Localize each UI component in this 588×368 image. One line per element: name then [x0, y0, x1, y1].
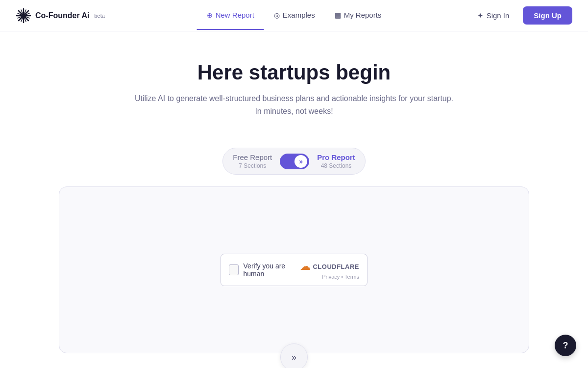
nav-my-reports-label: My Reports [344, 11, 382, 19]
captcha-widget[interactable]: Verify you are human ☁ CLOUDFLARE Privac… [220, 254, 368, 286]
toggle-knob: » [294, 155, 307, 168]
examples-icon: ◎ [274, 11, 280, 19]
nav-examples[interactable]: ◎ Examples [264, 1, 325, 30]
sign-in-button[interactable]: ✦ Sign In [471, 7, 515, 24]
cloudflare-name: CLOUDFLARE [313, 263, 359, 270]
next-chevron-icon: » [292, 352, 296, 363]
nav-right: ✦ Sign In Sign Up [471, 6, 572, 25]
sign-up-label: Sign Up [534, 11, 562, 20]
captcha-dot: • [341, 274, 343, 280]
brand-name: Co-Founder Ai [35, 11, 90, 20]
next-button[interactable]: » [280, 343, 308, 368]
toggle-switch[interactable]: » [280, 154, 309, 169]
report-type-toggle: Free Report 7 Sections » Pro Report 48 S… [0, 148, 588, 175]
free-report-option: Free Report 7 Sections [233, 153, 272, 169]
captcha-right: ☁ CLOUDFLARE Privacy • Terms [300, 260, 359, 280]
sign-in-label: Sign In [487, 11, 510, 20]
beta-badge: beta [95, 13, 105, 19]
hero-subtitle-line2: In minutes, not weeks! [255, 107, 333, 115]
nav-my-reports[interactable]: ▤ My Reports [325, 1, 392, 30]
captcha-left: Verify you are human [229, 262, 300, 278]
captcha-terms-link[interactable]: Terms [344, 274, 359, 280]
captcha-privacy-link[interactable]: Privacy [322, 274, 340, 280]
captcha-label: Verify you are human [244, 262, 300, 278]
captcha-checkbox[interactable] [229, 264, 239, 275]
nav-new-report[interactable]: ⊕ New Report [197, 1, 264, 30]
nav-examples-label: Examples [283, 11, 315, 19]
navbar: Co-Founder Ai beta ⊕ New Report ◎ Exampl… [0, 0, 588, 31]
logo-link[interactable]: Co-Founder Ai beta [16, 8, 105, 24]
logo-icon [16, 8, 31, 24]
my-reports-icon: ▤ [335, 11, 341, 19]
next-btn-wrapper: » [0, 343, 588, 368]
hero-section: Here startups begin Utilize AI to genera… [0, 31, 588, 132]
toggle-pill: Free Report 7 Sections » Pro Report 48 S… [222, 148, 366, 175]
captcha-links: Privacy • Terms [322, 274, 359, 280]
sign-in-star-icon: ✦ [477, 11, 484, 20]
cloudflare-cloud-icon: ☁ [300, 260, 311, 273]
main-card: Verify you are human ☁ CLOUDFLARE Privac… [59, 186, 529, 353]
pro-report-label: Pro Report [317, 153, 355, 161]
pro-report-sections: 48 Sections [321, 162, 352, 169]
hero-subtitle-line1: Utilize AI to generate well-structured b… [135, 94, 453, 103]
new-report-icon: ⊕ [207, 11, 213, 19]
pro-report-option: Pro Report 48 Sections [317, 153, 355, 169]
hero-title: Here startups begin [10, 61, 578, 84]
cloudflare-branding: ☁ CLOUDFLARE [300, 260, 359, 273]
sign-up-button[interactable]: Sign Up [523, 6, 572, 25]
nav-new-report-label: New Report [216, 11, 254, 19]
nav-center: ⊕ New Report ◎ Examples ▤ My Reports [197, 1, 392, 30]
free-report-sections: 7 Sections [239, 162, 266, 169]
free-report-label: Free Report [233, 153, 272, 161]
hero-subtitle: Utilize AI to generate well-structured b… [10, 92, 578, 117]
toggle-chevron: » [299, 158, 303, 165]
